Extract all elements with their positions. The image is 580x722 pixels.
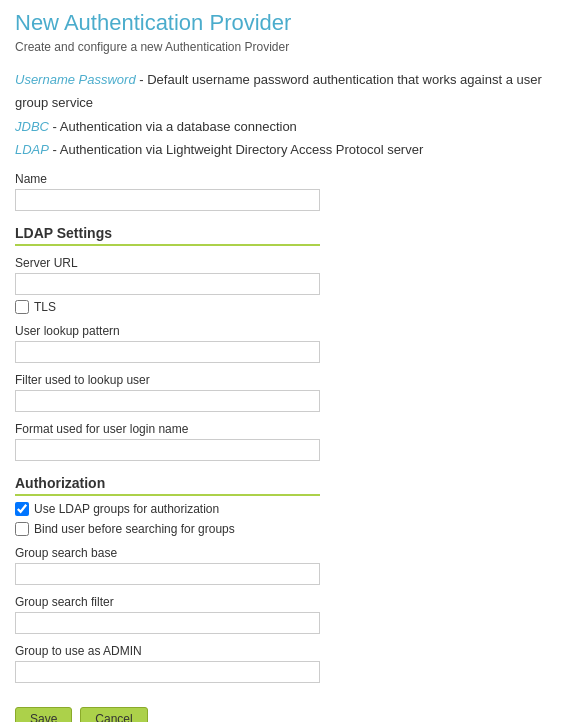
use-ldap-groups-row: Use LDAP groups for authorization [15,502,565,516]
authorization-header: Authorization [15,475,320,496]
use-ldap-groups-checkbox[interactable] [15,502,29,516]
ldap-settings-header: LDAP Settings [15,225,320,246]
user-lookup-pattern-label: User lookup pattern [15,324,565,338]
bind-user-checkbox[interactable] [15,522,29,536]
provider-ldap: LDAP - Authentication via Lightweight Di… [15,138,565,161]
format-login-name-label: Format used for user login name [15,422,565,436]
bind-user-label: Bind user before searching for groups [34,522,235,536]
name-label: Name [15,172,565,186]
name-input[interactable] [15,189,320,211]
user-lookup-pattern-input[interactable] [15,341,320,363]
group-admin-input[interactable] [15,661,320,683]
group-search-base-label: Group search base [15,546,565,560]
use-ldap-groups-label: Use LDAP groups for authorization [34,502,219,516]
page-subtitle: Create and configure a new Authenticatio… [15,40,565,54]
provider-jdbc: JDBC - Authentication via a database con… [15,115,565,138]
tls-label: TLS [34,300,56,314]
filter-lookup-user-input[interactable] [15,390,320,412]
group-search-base-input[interactable] [15,563,320,585]
buttons-row: Save Cancel [15,707,565,722]
group-search-filter-input[interactable] [15,612,320,634]
ldap-link[interactable]: LDAP [15,142,49,157]
ldap-desc: - Authentication via Lightweight Directo… [49,142,423,157]
jdbc-desc: - Authentication via a database connecti… [49,119,297,134]
group-search-filter-label: Group search filter [15,595,565,609]
jdbc-link[interactable]: JDBC [15,119,49,134]
username-password-link[interactable]: Username Password [15,72,136,87]
cancel-button[interactable]: Cancel [80,707,147,722]
filter-lookup-user-label: Filter used to lookup user [15,373,565,387]
provider-links: Username Password - Default username pas… [15,68,565,162]
tls-row: TLS [15,300,565,314]
authorization-section: Authorization Use LDAP groups for author… [15,475,565,683]
page-title: New Authentication Provider [15,10,565,36]
tls-checkbox[interactable] [15,300,29,314]
format-login-name-input[interactable] [15,439,320,461]
provider-username-password: Username Password - Default username pas… [15,68,565,115]
server-url-input[interactable] [15,273,320,295]
group-admin-label: Group to use as ADMIN [15,644,565,658]
ldap-settings-section: LDAP Settings Server URL TLS User lookup… [15,225,565,461]
server-url-label: Server URL [15,256,565,270]
save-button[interactable]: Save [15,707,72,722]
bind-user-before-searching-row: Bind user before searching for groups [15,522,565,536]
name-section: Name [15,172,565,211]
